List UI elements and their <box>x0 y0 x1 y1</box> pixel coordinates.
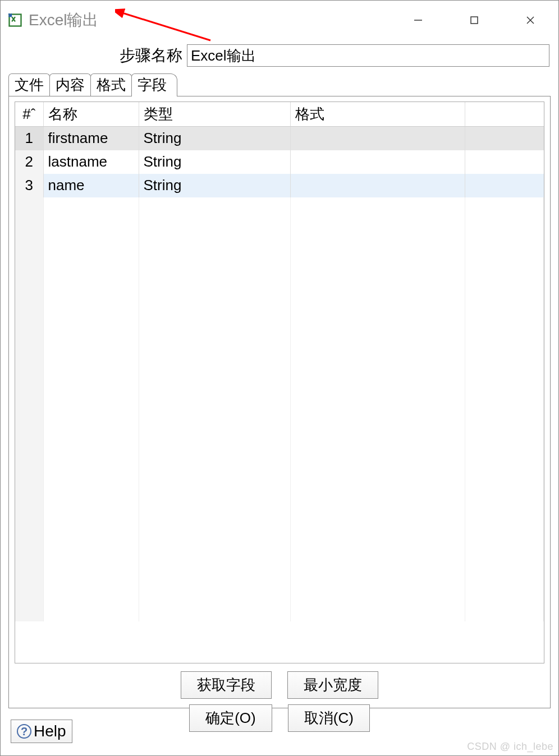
tab-content[interactable]: 内容 <box>49 73 91 96</box>
bottom-button-row: 确定(O) 取消(C) ? Help <box>3 708 556 753</box>
table-row-empty[interactable] <box>15 598 544 621</box>
table-row-empty[interactable] <box>15 551 544 574</box>
tab-file[interactable]: 文件 <box>8 73 50 96</box>
help-button[interactable]: ? Help <box>11 720 72 743</box>
table-row-empty[interactable] <box>15 527 544 551</box>
cell-type[interactable]: String <box>139 174 290 197</box>
cell-type[interactable]: String <box>139 150 290 174</box>
cell-end[interactable] <box>465 174 544 197</box>
maximize-button[interactable] <box>446 1 502 40</box>
excel-icon <box>7 12 23 28</box>
cell-format[interactable] <box>290 150 465 174</box>
cell-num[interactable]: 3 <box>15 174 43 197</box>
minimize-button[interactable] <box>390 1 446 40</box>
cell-name[interactable]: name <box>43 174 139 197</box>
tab-fields[interactable]: 字段 <box>131 73 177 96</box>
table-row-empty[interactable] <box>15 574 544 598</box>
table-row-empty[interactable] <box>15 504 544 527</box>
table-row-empty[interactable] <box>15 221 544 245</box>
tab-row: 文件 内容 格式 字段 <box>8 71 551 96</box>
tabs-container: 文件 内容 格式 字段 #ˆ 名称 <box>3 71 556 708</box>
get-fields-button[interactable]: 获取字段 <box>181 671 272 699</box>
table-row[interactable]: 2 lastname String <box>15 150 544 174</box>
cell-end[interactable] <box>465 150 544 174</box>
table-header-row: #ˆ 名称 类型 格式 <box>15 102 544 127</box>
step-name-label: 步骤名称 <box>3 45 182 66</box>
svg-rect-2 <box>471 17 478 24</box>
panel-button-row: 获取字段 最小宽度 <box>15 663 544 702</box>
table-row-empty[interactable] <box>15 268 544 292</box>
cell-num[interactable]: 1 <box>15 127 43 150</box>
dialog-window: Excel输出 步骤名称 文件 内 <box>0 0 559 756</box>
tab-format[interactable]: 格式 <box>90 73 132 96</box>
bottom-center-buttons: 确定(O) 取消(C) <box>3 704 556 732</box>
table-row-empty[interactable] <box>15 409 544 433</box>
window-title: Excel输出 <box>29 10 98 31</box>
cell-end[interactable] <box>465 127 544 150</box>
table-row-empty[interactable] <box>15 292 544 315</box>
cell-num[interactable]: 2 <box>15 150 43 174</box>
close-button[interactable] <box>502 1 558 40</box>
table-row-empty[interactable] <box>15 197 544 221</box>
help-icon: ? <box>17 724 31 739</box>
cell-format[interactable] <box>290 174 465 197</box>
step-name-row: 步骤名称 <box>3 40 556 71</box>
col-header-end[interactable] <box>465 102 544 127</box>
table-row[interactable]: 1 firstname String <box>15 127 544 150</box>
cell-name[interactable]: firstname <box>43 127 139 150</box>
table-row-empty[interactable] <box>15 245 544 268</box>
col-header-format[interactable]: 格式 <box>290 102 465 127</box>
fields-table[interactable]: #ˆ 名称 类型 格式 1 firstname String <box>15 102 544 621</box>
table-row-empty[interactable] <box>15 433 544 457</box>
table-row-empty[interactable] <box>15 362 544 386</box>
table-row-empty[interactable] <box>15 386 544 409</box>
cell-type[interactable]: String <box>139 127 290 150</box>
fields-table-container: #ˆ 名称 类型 格式 1 firstname String <box>15 102 544 663</box>
tab-underline <box>8 96 551 96</box>
tab-panel-fields: #ˆ 名称 类型 格式 1 firstname String <box>8 96 551 708</box>
step-name-input[interactable] <box>187 44 549 67</box>
table-row-empty[interactable] <box>15 339 544 362</box>
cancel-button[interactable]: 取消(C) <box>288 704 370 732</box>
table-row-empty[interactable] <box>15 480 544 504</box>
content-area: 步骤名称 文件 内容 格式 字段 <box>1 40 558 755</box>
table-body: 1 firstname String 2 lastname String <box>15 127 544 621</box>
table-row-empty[interactable] <box>15 315 544 339</box>
help-label: Help <box>34 722 66 740</box>
ok-button[interactable]: 确定(O) <box>189 704 272 732</box>
title-bar[interactable]: Excel输出 <box>1 1 558 40</box>
window-controls <box>390 1 558 40</box>
col-header-type[interactable]: 类型 <box>139 102 290 127</box>
cell-format[interactable] <box>290 127 465 150</box>
col-header-name[interactable]: 名称 <box>43 102 139 127</box>
table-row[interactable]: 3 name String <box>15 174 544 197</box>
col-header-num[interactable]: #ˆ <box>15 102 43 127</box>
table-row-empty[interactable] <box>15 457 544 480</box>
cell-name[interactable]: lastname <box>43 150 139 174</box>
min-width-button[interactable]: 最小宽度 <box>287 671 378 699</box>
